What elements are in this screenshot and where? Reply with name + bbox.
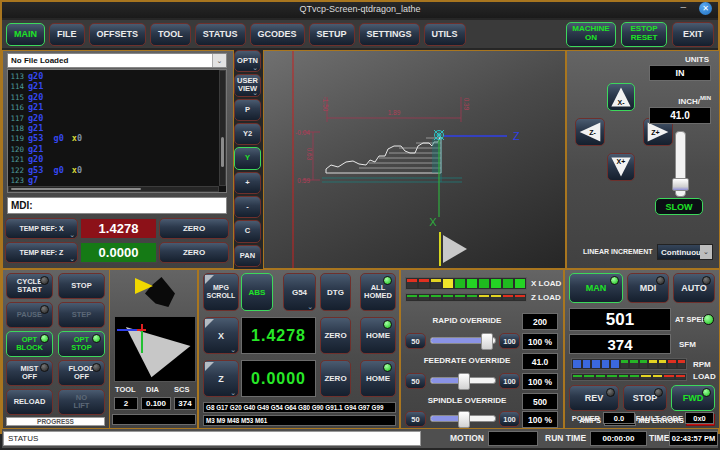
spindle-override-value: 500 — [522, 393, 558, 410]
button-opt-stop[interactable]: OPT STOP — [58, 331, 105, 357]
temp-ref-x-zero-button[interactable]: ZERO — [159, 218, 229, 239]
tab-gcodes[interactable]: GCODES — [250, 23, 305, 46]
estop-reset-button[interactable]: ESTOP RESET — [621, 22, 667, 47]
slider-handle[interactable] — [481, 333, 493, 350]
gcode-line[interactable]: 116g21 — [10, 102, 224, 112]
gcode-line[interactable]: 123g7 — [10, 175, 224, 185]
gcode-line[interactable]: 119g53 g0x0 — [10, 133, 224, 143]
button-step[interactable]: STEP — [58, 302, 105, 328]
spindle-override-slider[interactable] — [430, 415, 496, 422]
meter-segment — [455, 279, 465, 288]
button-opt-block[interactable]: OPT BLOCK — [6, 331, 53, 357]
tab-utils[interactable]: UTILS — [424, 23, 466, 46]
jog-x-plus-button[interactable]: X+ — [607, 153, 635, 181]
view-button-optn[interactable]: OPTN⌄ — [234, 50, 261, 72]
gcode-line[interactable]: 122g53 g0x0 — [10, 165, 224, 175]
view-button-p[interactable]: P — [234, 99, 261, 121]
gcode-text: g21 — [28, 123, 43, 133]
spindle-max-button[interactable]: 100 — [499, 411, 520, 427]
exit-button[interactable]: EXIT — [672, 22, 714, 47]
mpg-scroll-button[interactable]: MPG SCROLL — [203, 273, 239, 311]
feedrate-override-slider[interactable] — [430, 377, 496, 384]
button-reload[interactable]: RELOAD — [6, 389, 53, 415]
temp-ref-z-button[interactable]: TEMP REF: Z ⌄ — [5, 242, 78, 263]
slider-handle[interactable] — [458, 411, 470, 428]
abs-button[interactable]: ABS — [241, 273, 273, 311]
view-button-clear[interactable]: C — [234, 220, 261, 242]
gcode-line[interactable]: 113g20 — [10, 71, 224, 81]
feedrate-max-button[interactable]: 100 — [499, 373, 520, 389]
gcode-line[interactable]: 117g20 — [10, 113, 224, 123]
button-no-lift[interactable]: NO LIFT — [58, 389, 105, 415]
mode-auto-button[interactable]: AUTO — [673, 273, 715, 303]
home-z-button[interactable]: HOME — [360, 360, 396, 397]
zero-z-button[interactable]: ZERO — [320, 360, 351, 397]
gcode-line[interactable]: 120g21 — [10, 144, 224, 154]
gcode-text: g53 g0 — [28, 165, 64, 175]
tab-status[interactable]: STATUS — [195, 23, 246, 46]
jog-z-minus-button[interactable]: Z- — [575, 118, 605, 146]
axis-z-button[interactable]: Z⌄ — [203, 360, 239, 397]
gremlin-preview[interactable]: 1.89 -1.50 0.39 -0.04 0.63 0.59 — [263, 50, 566, 269]
spindle-stop-button[interactable]: STOP — [623, 385, 667, 411]
mdi-entry[interactable]: MDI: — [7, 197, 227, 214]
slow-button[interactable]: SLOW — [655, 198, 703, 215]
linear-increment-combo[interactable]: Continuous ⌄ — [657, 244, 713, 260]
feedrate-min-button[interactable]: 50 — [405, 373, 426, 389]
rapid-max-button[interactable]: 100 — [499, 333, 520, 349]
button-stop[interactable]: STOP — [58, 273, 105, 299]
led-indicator — [702, 388, 711, 397]
button-cycle-start[interactable]: CYCLE START — [6, 273, 53, 299]
tab-offsets[interactable]: OFFSETS — [89, 23, 147, 46]
gcode-line[interactable]: 115g20 — [10, 92, 224, 102]
tab-file[interactable]: FILE — [49, 23, 85, 46]
jog-rate-value: 41.0 — [649, 107, 711, 124]
loaded-file-combo[interactable]: No File Loaded ⌄ — [7, 53, 227, 68]
gcode-line[interactable]: 118g21 — [10, 123, 224, 133]
view-button-y[interactable]: Y — [234, 147, 261, 169]
tool-comment-box — [112, 414, 196, 425]
vertical-scrollbar[interactable] — [219, 70, 226, 186]
tab-settings[interactable]: SETTINGS — [359, 23, 420, 46]
axis-x-button[interactable]: X⌄ — [203, 317, 239, 354]
gcode-line[interactable]: 114g21 — [10, 81, 224, 91]
view-button-zoom-out[interactable]: - — [234, 196, 261, 218]
rapid-min-button[interactable]: 50 — [405, 333, 426, 349]
slider-handle[interactable] — [458, 373, 470, 390]
fault-code-label: FAULT CODE — [635, 414, 683, 423]
temp-ref-x-button[interactable]: TEMP REF: X ⌄ — [5, 218, 78, 239]
mode-man-button[interactable]: MAN — [569, 273, 623, 303]
all-homed-button[interactable]: ALL HOMED — [360, 273, 396, 311]
vertical-scrollbar-thumb[interactable] — [221, 137, 224, 167]
view-button-y2[interactable]: Y2 — [234, 123, 261, 145]
spindle-rev-button[interactable]: REV — [569, 385, 619, 411]
view-button-user-view[interactable]: USER VIEW⌄ — [234, 74, 261, 96]
mode-mdi-button[interactable]: MDI — [627, 273, 669, 303]
jog-rate-slider-handle[interactable] — [672, 178, 689, 191]
progress-bar: PROGRESS — [6, 417, 105, 426]
temp-ref-z-zero-button[interactable]: ZERO — [159, 242, 229, 263]
machine-on-button[interactable]: MACHINE ON — [566, 22, 616, 47]
button-pause[interactable]: PAUSE — [6, 302, 53, 328]
tab-setup[interactable]: SETUP — [309, 23, 355, 46]
rapid-override-slider[interactable] — [430, 337, 496, 344]
spindle-min-button[interactable]: 50 — [405, 411, 426, 427]
home-x-button[interactable]: HOME — [360, 317, 396, 354]
horizontal-scrollbar-thumb[interactable] — [11, 188, 141, 190]
view-button-zoom-in[interactable]: + — [234, 172, 261, 194]
wcs-g54-button[interactable]: G54⌄ — [283, 273, 316, 311]
gcode-display[interactable]: 113g20114g21115g20116g21117g20118g21119g… — [7, 69, 227, 193]
overrides-panel: X LOAD Z LOAD RAPID OVERRIDE 200 50 100 … — [400, 269, 564, 429]
tab-main[interactable]: MAIN — [6, 23, 45, 46]
gcode-line[interactable]: 121g20 — [10, 154, 224, 164]
spindle-fwd-button[interactable]: FWD — [671, 385, 715, 411]
button-mist[interactable]: MIST OFF — [6, 360, 53, 386]
view-button-pan[interactable]: PAN — [234, 245, 261, 267]
dtg-button[interactable]: DTG — [320, 273, 351, 311]
horizontal-scrollbar[interactable] — [8, 186, 219, 192]
tab-bar-right: MACHINE ON ESTOP RESET EXIT — [566, 22, 718, 47]
button-flood[interactable]: FLOOD OFF — [58, 360, 105, 386]
zero-x-button[interactable]: ZERO — [320, 317, 351, 354]
jog-x-minus-button[interactable]: X- — [607, 83, 635, 111]
tab-tool[interactable]: TOOL — [150, 23, 191, 46]
